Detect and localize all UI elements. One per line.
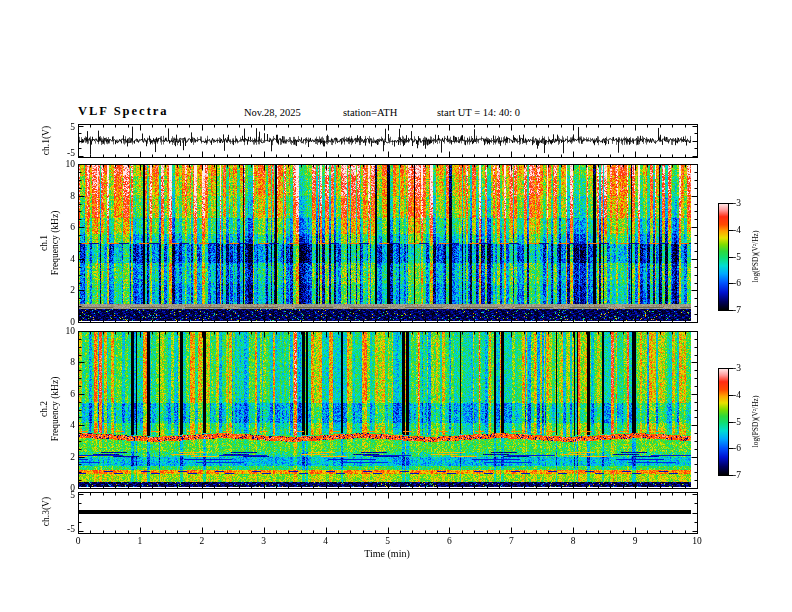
vlf-spectra-figure: VLF Spectra Nov.28, 2025 station=ATH sta… <box>0 0 792 612</box>
colorbar-tick-label: -3 <box>733 198 741 208</box>
ch3-waveform-canvas <box>79 493 691 532</box>
y-tick-label: 2 <box>70 285 75 295</box>
start-ut-label: start UT = 14: 40: 0 <box>437 107 520 118</box>
ch2-colorbar-label: log(PSD)(V²/Hz) <box>750 380 761 464</box>
ch3-waveform-ylabel: ch.3(V) <box>41 472 52 552</box>
figure-title: VLF Spectra <box>78 104 169 119</box>
ch1-spectrogram-ylabel: ch.1 Frequency (kHz) <box>39 173 61 313</box>
colorbar-tick-label: -5 <box>733 252 741 262</box>
x-tick-label: 7 <box>509 536 514 546</box>
y-tick-label: -5 <box>67 148 75 158</box>
date-label: Nov.28, 2025 <box>244 107 301 118</box>
y-tick-label: 6 <box>70 389 75 399</box>
y-tick-label: 2 <box>70 452 75 462</box>
x-tick-label: 9 <box>633 536 638 546</box>
ch1-waveform-canvas <box>79 125 691 156</box>
ch1-colorbar-label: log(PSD)(V²/Hz) <box>750 215 761 299</box>
x-tick-label: 8 <box>571 536 576 546</box>
y-tick-label: 10 <box>66 326 76 336</box>
ch2-spectrogram-ylabel: ch.2 Frequency (kHz) <box>39 339 61 479</box>
colorbar-tick-label: -4 <box>733 390 741 400</box>
x-tick-label: 2 <box>199 536 204 546</box>
y-tick-label: 4 <box>70 254 75 264</box>
ch1-spectrogram-canvas <box>79 165 691 321</box>
x-tick-label: 0 <box>76 536 81 546</box>
colorbar-tick-label: -3 <box>733 363 741 373</box>
ch1-colorbar-canvas <box>718 203 728 310</box>
y-tick-label: 0 <box>70 483 75 493</box>
colorbar-tick-label: -6 <box>733 278 741 288</box>
x-tick-label: 4 <box>323 536 328 546</box>
y-tick-label: 8 <box>70 357 75 367</box>
y-tick-label: 8 <box>70 191 75 201</box>
colorbar-tick-label: -4 <box>733 225 741 235</box>
time-axis-label: Time (min) <box>364 548 409 559</box>
x-tick-label: 6 <box>447 536 452 546</box>
ch1-spectrogram-ylabel-line1: ch.1 <box>39 173 50 313</box>
ch1-spectrogram-ylabel-line2: Frequency (kHz) <box>50 173 61 313</box>
ch1-waveform-ylabel: ch.1(V) <box>41 101 52 181</box>
colorbar-tick-label: -6 <box>733 443 741 453</box>
y-tick-label: -5 <box>67 524 75 534</box>
colorbar-tick-label: -7 <box>733 305 741 315</box>
y-tick-label: 5 <box>70 122 75 132</box>
ch2-colorbar-canvas <box>718 368 728 475</box>
y-tick-label: 10 <box>66 159 76 169</box>
y-tick-label: 6 <box>70 222 75 232</box>
x-tick-label: 3 <box>261 536 266 546</box>
x-tick-label: 10 <box>692 536 702 546</box>
ch2-spectrogram-ylabel-line2: Frequency (kHz) <box>50 339 61 479</box>
ch2-spectrogram-canvas <box>79 332 691 487</box>
x-tick-label: 1 <box>138 536 143 546</box>
colorbar-tick-label: -5 <box>733 417 741 427</box>
colorbar-tick-label: -7 <box>733 470 741 480</box>
station-label: station=ATH <box>343 107 397 118</box>
ch2-spectrogram-ylabel-line1: ch.2 <box>39 339 50 479</box>
y-tick-label: 4 <box>70 420 75 430</box>
x-tick-label: 5 <box>385 536 390 546</box>
